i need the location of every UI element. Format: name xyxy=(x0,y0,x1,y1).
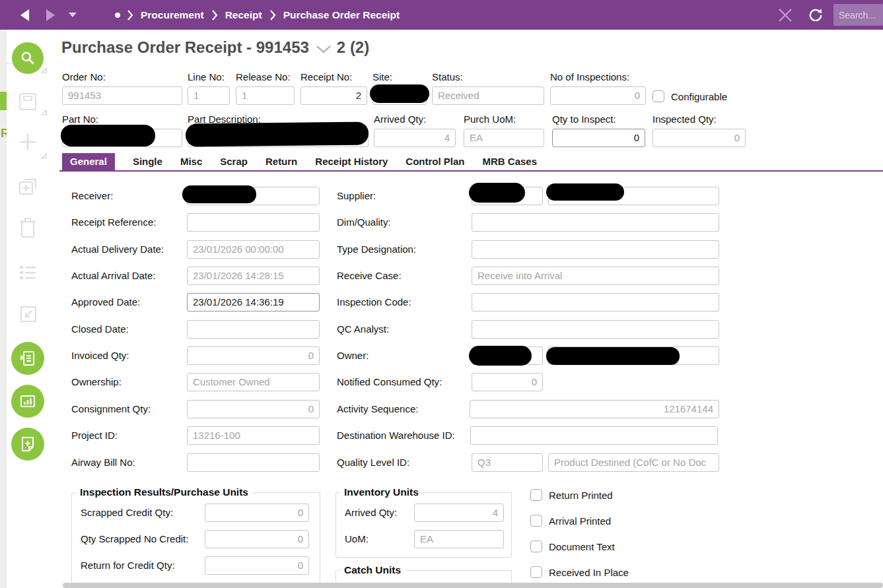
field-inspected-qty: Inspected Qty: 0 xyxy=(653,114,746,147)
document-text-checkbox-row[interactable]: Document Text xyxy=(530,540,615,552)
title-chevron-down-icon[interactable] xyxy=(316,45,332,54)
type-designation-input[interactable] xyxy=(472,240,719,259)
ownership-input[interactable]: Customer Owned xyxy=(187,373,320,391)
tab-return[interactable]: Return xyxy=(265,153,297,170)
tab-general[interactable]: General xyxy=(62,153,115,170)
approved-date-input[interactable]: 23/01/2026 14:36:19 xyxy=(187,293,320,311)
inventory-uom-input[interactable]: EA xyxy=(414,530,504,548)
breadcrumb-receipt[interactable]: Receipt xyxy=(225,9,262,21)
copy-record-button[interactable] xyxy=(17,175,39,200)
field-label: Order No: xyxy=(62,71,182,82)
redaction-overlay xyxy=(370,84,429,103)
corner-expand-icon[interactable] xyxy=(41,110,47,115)
configurable-checkbox-row[interactable]: Configurable xyxy=(653,90,727,102)
field-label: Approved Date: xyxy=(71,293,140,311)
field-label: Type Designation: xyxy=(337,240,416,259)
inspection-code-input[interactable] xyxy=(472,293,719,311)
breadcrumb-procurement[interactable]: Procurement xyxy=(141,9,204,21)
field-label: Notified Consumed Qty: xyxy=(337,373,442,391)
receive-case-input[interactable]: Receive into Arrival xyxy=(472,267,719,285)
notified-consumed-qty-input[interactable]: 0 xyxy=(472,373,543,391)
forward-icon[interactable] xyxy=(44,8,57,22)
scrapped-credit-qty-input[interactable]: 0 xyxy=(205,504,309,522)
quality-level-id-input[interactable]: Q3 xyxy=(472,453,543,472)
corner-expand-icon[interactable] xyxy=(41,153,47,159)
arrival-printed-checkbox-row[interactable]: Arrival Printed xyxy=(530,515,611,527)
page-title-text: Purchase Order Receipt - 991453 xyxy=(61,38,309,57)
airway-bill-no-input[interactable] xyxy=(187,453,320,472)
document-text-checkbox[interactable] xyxy=(530,540,542,552)
pop-out-button[interactable] xyxy=(18,304,38,327)
refresh-icon[interactable] xyxy=(807,7,824,24)
receipt-no-input[interactable]: 2 xyxy=(300,86,367,105)
trash-icon xyxy=(18,216,38,240)
add-button[interactable] xyxy=(17,131,38,155)
order-no-input[interactable]: 991453 xyxy=(62,86,182,105)
breadcrumb-chevron-icon xyxy=(127,9,133,21)
tab-bar: General Single Misc Scrap Return Receipt… xyxy=(62,153,537,170)
field-order-no: Order No: 991453 xyxy=(62,71,182,105)
inventory-arrived-qty-input[interactable]: 4 xyxy=(414,504,504,522)
save-icon xyxy=(17,90,38,113)
configurable-checkbox[interactable] xyxy=(653,90,664,102)
app-grid-icon[interactable] xyxy=(88,9,102,22)
invoiced-qty-input[interactable]: 0 xyxy=(187,346,320,365)
return-printed-checkbox-row[interactable]: Return Printed xyxy=(530,489,613,501)
redaction-overlay xyxy=(61,125,155,147)
field-label: Status: xyxy=(432,71,544,82)
statistics-button[interactable] xyxy=(11,385,44,418)
actual-arrival-date-input[interactable]: 23/01/2026 14:28:15 xyxy=(187,267,320,285)
delete-button[interactable] xyxy=(18,216,38,242)
arrived-qty-input[interactable]: 4 xyxy=(374,129,456,147)
field-label: Scrapped Credit Qty: xyxy=(81,504,173,522)
tab-scrap[interactable]: Scrap xyxy=(220,153,248,170)
consignment-qty-input[interactable]: 0 xyxy=(187,400,320,418)
top-navigation-bar: Procurement Receipt Purchase Order Recei… xyxy=(0,0,883,30)
qc-analyst-input[interactable] xyxy=(472,320,719,339)
release-no-input[interactable]: 1 xyxy=(236,86,295,105)
qty-to-inspect-input[interactable]: 0 xyxy=(552,129,645,147)
field-label: No of Inspections: xyxy=(550,71,646,82)
history-dropdown-icon[interactable] xyxy=(69,13,77,18)
field-label: Airway Bill No: xyxy=(71,453,135,472)
project-id-input[interactable]: 13216-100 xyxy=(187,426,320,445)
close-icon[interactable] xyxy=(777,7,794,24)
tab-receipt-history[interactable]: Receipt History xyxy=(315,153,388,170)
qty-scrapped-no-credit-input[interactable]: 0 xyxy=(205,530,309,548)
purch-uom-input[interactable]: EA xyxy=(464,129,544,147)
tab-mrb-cases[interactable]: MRB Cases xyxy=(483,153,538,170)
field-qty-to-inspect: Qty to Inspect: 0 xyxy=(552,114,645,147)
horizontal-scrollbar[interactable] xyxy=(63,583,883,588)
received-in-place-checkbox-row[interactable]: Received In Place xyxy=(530,566,629,578)
return-printed-checkbox[interactable] xyxy=(530,489,542,501)
dim-quality-input[interactable] xyxy=(472,213,719,232)
tab-misc[interactable]: Misc xyxy=(180,153,202,170)
field-label: Receipt No: xyxy=(300,71,367,82)
tab-control-plan[interactable]: Control Plan xyxy=(406,153,464,170)
quality-level-description-input[interactable]: Product Destined (CofC or No Doc xyxy=(548,453,719,472)
save-button[interactable] xyxy=(17,90,38,115)
closed-date-input[interactable] xyxy=(187,320,320,339)
actual-delivery-date-input[interactable]: 23/01/2026 00:00:00 xyxy=(187,240,320,259)
return-for-credit-qty-input[interactable]: 0 xyxy=(205,556,309,575)
destination-warehouse-id-input[interactable] xyxy=(470,426,718,445)
search-input[interactable] xyxy=(833,4,883,26)
arrival-printed-checkbox[interactable] xyxy=(530,515,542,527)
status-input[interactable]: Received xyxy=(432,86,544,105)
received-in-place-checkbox[interactable] xyxy=(530,566,542,578)
field-label: UoM: xyxy=(345,530,369,548)
search-button[interactable] xyxy=(12,42,44,74)
line-no-input[interactable]: 1 xyxy=(188,86,230,105)
document-log-button[interactable] xyxy=(11,342,44,375)
activity-sequence-input[interactable]: 121674144 xyxy=(470,400,719,418)
list-view-button[interactable] xyxy=(17,261,38,285)
no-of-inspections-input[interactable]: 0 xyxy=(550,86,646,105)
corner-expand-icon[interactable] xyxy=(41,67,47,73)
field-label: Arrived Qty: xyxy=(374,114,456,125)
receipt-reference-input[interactable] xyxy=(187,213,320,232)
new-note-button[interactable] xyxy=(11,428,44,461)
inspected-qty-input[interactable]: 0 xyxy=(653,129,746,147)
back-icon[interactable] xyxy=(18,8,32,22)
field-release-no: Release No: 1 xyxy=(236,71,295,105)
tab-single[interactable]: Single xyxy=(133,153,162,170)
